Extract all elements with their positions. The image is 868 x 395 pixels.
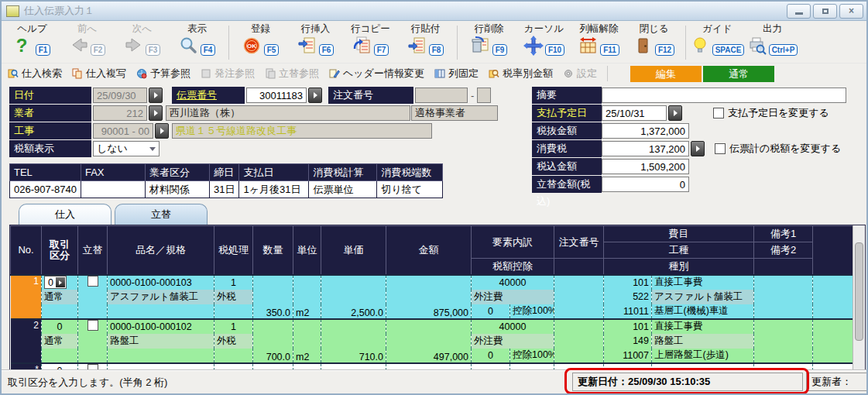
work-type-code-cell[interactable]: 522	[604, 290, 652, 304]
tax-calc-header: 消費税計算	[309, 164, 377, 181]
toolbar-output-button[interactable]: 出力 Ctrl+P	[745, 22, 800, 63]
unit-price-cell[interactable]: 710.0	[321, 319, 386, 363]
order-number-cell[interactable]	[554, 319, 604, 363]
unit-price-cell[interactable]: 2,500.0	[321, 275, 386, 319]
toolbar-row-insert-button[interactable]: 行挿入 F6	[288, 22, 343, 63]
toolbar-row-paste-button[interactable]: 行貼付 F8	[398, 22, 453, 63]
column-fix-button[interactable]: 列固定	[434, 67, 479, 81]
transaction-type-cell[interactable]: 0	[42, 319, 78, 334]
category-name-cell[interactable]: 上層路盤工(歩道)	[652, 349, 754, 363]
remarks2-cell[interactable]	[754, 290, 813, 304]
tab-purchase[interactable]: 仕入	[19, 204, 112, 225]
lightbulb-icon	[691, 36, 711, 56]
category-code-cell[interactable]: 11011	[604, 304, 652, 319]
remarks1-cell[interactable]	[754, 275, 813, 290]
unit-cell[interactable]: m2	[293, 275, 321, 319]
quantity-cell[interactable]: 700.0	[253, 319, 293, 363]
amount-cell[interactable]: 497,000	[386, 319, 472, 363]
col-header-expense-item: 費目	[604, 226, 754, 242]
vertical-scrollbar[interactable]	[853, 225, 865, 373]
consumption-tax-button[interactable]	[691, 141, 705, 156]
order-number-sub-field[interactable]	[477, 88, 491, 103]
change-payment-due-checkbox[interactable]	[713, 108, 724, 118]
vendor-lookup-button[interactable]	[149, 105, 163, 121]
remarks2-cell[interactable]	[754, 334, 813, 349]
toolbar-view-button[interactable]: 表示 F4	[170, 22, 225, 63]
work-type-name-cell[interactable]: 路盤工	[652, 334, 754, 349]
purchase-search-button[interactable]: 仕入検索	[8, 67, 62, 81]
summary-field[interactable]	[602, 88, 846, 103]
tax-code-cell[interactable]: 1	[214, 275, 253, 290]
minimize-button[interactable]	[787, 4, 811, 19]
toolbar-row-copy-button[interactable]: 行コピー F7	[343, 22, 398, 63]
tax-rate-amount-button[interactable]: 税率別金額	[489, 67, 553, 81]
purchase-copy-button[interactable]: 仕入複写	[72, 67, 126, 81]
budget-reference-button[interactable]: 予算参照	[136, 67, 190, 81]
order-number-cell[interactable]	[554, 275, 604, 319]
remarks1-cell[interactable]	[754, 319, 813, 334]
toolbar-help-button[interactable]: ヘルプ ? F1	[5, 22, 60, 63]
toolbar-row-delete-button[interactable]: 行削除 F9	[461, 22, 516, 63]
deduction-code-cell[interactable]: 0	[472, 349, 510, 363]
advance-checkbox-cell[interactable]	[78, 319, 108, 363]
date-picker-button[interactable]	[149, 88, 163, 103]
work-type-name-cell[interactable]: アスファルト舗装工	[652, 290, 754, 304]
payment-due-field[interactable]: 25/10/31	[602, 105, 667, 121]
deduction-rate-cell[interactable]: 控除100%	[510, 304, 554, 319]
toolbar-separator	[228, 26, 229, 60]
payment-due-picker-button[interactable]	[668, 105, 682, 121]
expense-name-cell[interactable]: 直接工事費	[652, 275, 754, 290]
scrollbar-thumb[interactable]	[855, 242, 863, 341]
minimize-icon	[795, 12, 803, 15]
consumption-tax-field[interactable]: 137,200	[602, 141, 689, 156]
toolbar-close-button[interactable]: 閉じる F12	[626, 22, 681, 63]
element-code-cell[interactable]: 40000	[472, 275, 554, 290]
category-name-cell[interactable]: 基層工(機械)車道	[652, 304, 754, 319]
advance-checkbox[interactable]	[87, 320, 98, 331]
mode-normal-button[interactable]: 通常	[703, 66, 774, 82]
vendor-code-field[interactable]: 212	[93, 105, 147, 121]
lookup-arrow-icon[interactable]	[56, 277, 65, 287]
item-name-cell[interactable]: アスファルト舗装工	[108, 290, 214, 304]
order-number-field[interactable]	[415, 88, 468, 103]
header-info-change-button[interactable]: ヘッダー情報変更	[329, 67, 424, 81]
toolbar-column-width-reset-button[interactable]: 列幅解除 F11	[571, 22, 626, 63]
deduction-code-cell[interactable]: 0	[472, 304, 510, 319]
deduction-rate-cell[interactable]: 控除100%	[510, 349, 554, 363]
transaction-type-cell[interactable]: 0	[42, 275, 78, 290]
date-field[interactable]: 25/09/30	[93, 88, 147, 103]
expense-code-cell[interactable]: 101	[604, 275, 652, 290]
item-name-cell[interactable]: 路盤工	[108, 334, 214, 349]
mode-edit-button[interactable]: 編集	[630, 66, 702, 82]
advance-checkbox[interactable]	[87, 276, 98, 287]
expense-name-cell[interactable]: 直接工事費	[652, 319, 754, 334]
item-empty-cell	[108, 304, 214, 319]
category-code-cell[interactable]: 11007	[604, 349, 652, 363]
toolbar-cursor-button[interactable]: カーソル F10	[516, 22, 571, 63]
change-tax-amount-checkbox[interactable]	[715, 143, 726, 154]
element-code-cell[interactable]: 40000	[472, 319, 554, 334]
unit-cell[interactable]: m2	[293, 319, 321, 363]
app-icon	[6, 5, 19, 17]
tax-code-cell[interactable]: 1	[214, 319, 253, 334]
tax-display-dropdown[interactable]: しない	[93, 141, 160, 156]
close-button[interactable]: ×	[839, 4, 863, 19]
advance-checkbox-cell[interactable]	[78, 275, 108, 319]
tab-advance[interactable]: 立替	[115, 204, 208, 225]
slip-number-field[interactable]: 30011183	[246, 88, 307, 103]
restore-button[interactable]	[813, 4, 837, 19]
item-code-cell[interactable]: 0000-0100-000103	[108, 275, 214, 290]
item-code-cell[interactable]: 0000-0100-000102	[108, 319, 214, 334]
col-header-element-breakdown: 要素内訳	[472, 226, 554, 259]
work-type-code-cell[interactable]: 149	[604, 334, 652, 349]
col-header-item-name: 品名／規格	[108, 226, 214, 275]
expense-code-cell[interactable]: 101	[604, 319, 652, 334]
toolbar-guide-button[interactable]: ガイド SPACE	[690, 22, 745, 63]
quantity-cell[interactable]: 350.0	[253, 275, 293, 319]
slip-number-lookup-button[interactable]	[308, 88, 322, 103]
toolbar-register-button[interactable]: 登録 OK F5	[233, 22, 288, 63]
amount-cell[interactable]: 875,000	[386, 275, 472, 319]
project-lookup-button[interactable]	[155, 123, 169, 139]
excl-tax-field[interactable]: 1,372,000	[602, 123, 689, 139]
project-code-field[interactable]: 90001 - 00	[93, 123, 153, 139]
